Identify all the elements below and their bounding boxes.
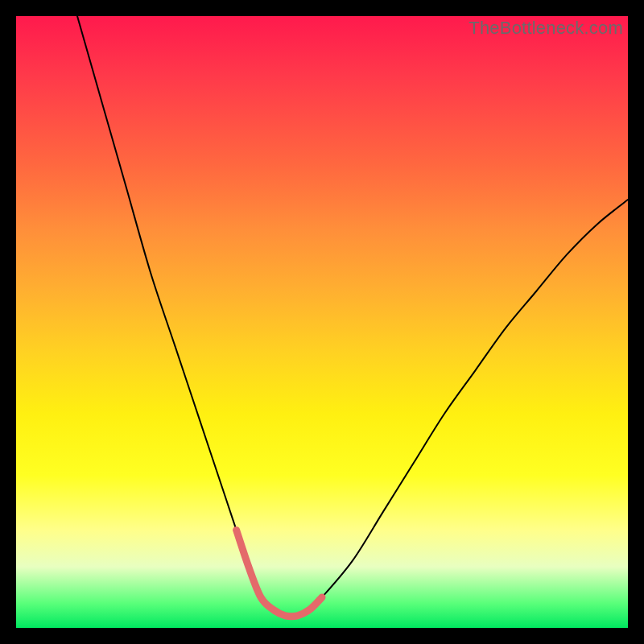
highlight-bottom: [237, 530, 322, 616]
plot-area: TheBottleneck.com: [16, 16, 628, 628]
bottleneck-curve: [77, 16, 628, 617]
chart-frame: TheBottleneck.com: [0, 0, 644, 644]
curve-layer: [16, 16, 628, 628]
